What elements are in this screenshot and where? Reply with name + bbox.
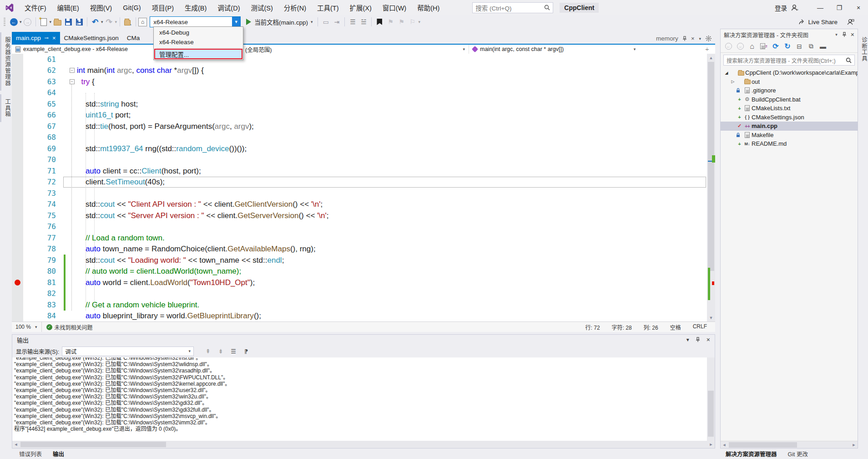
zoom-selector[interactable]: 100 % ▾: [12, 322, 42, 332]
explorer-horizontal-scrollbar[interactable]: ◄ ►: [721, 441, 858, 448]
pin-icon[interactable]: [696, 337, 700, 342]
breakpoint-margin[interactable]: [12, 266, 23, 277]
live-share-button[interactable]: Live Share: [798, 19, 854, 26]
tree-item-buildcppclient-bat[interactable]: +⚙BuildCppClient.bat: [721, 95, 858, 104]
scrollbar-thumb[interactable]: [708, 62, 714, 271]
breakpoint-margin[interactable]: [12, 232, 23, 244]
properties-icon[interactable]: ⧉: [806, 41, 816, 51]
menu-item-7[interactable]: 调试(D): [212, 0, 245, 15]
configuration-dropdown-icon[interactable]: ▼: [232, 17, 240, 27]
new-file-button[interactable]: [39, 17, 48, 26]
editor-vertical-scrollbar[interactable]: ▲ ▼: [707, 54, 715, 321]
tree-item-cmakelists-txt[interactable]: +CMakeLists.txt: [721, 104, 858, 113]
menu-item-13[interactable]: 帮助(H): [412, 0, 445, 15]
output-vertical-scrollbar[interactable]: [707, 357, 715, 441]
close-tab-icon[interactable]: ×: [52, 35, 56, 41]
collapse-region-icon[interactable]: −: [70, 79, 75, 84]
bookmark-icon[interactable]: [375, 17, 384, 26]
output-horizontal-scrollbar[interactable]: ◄ ►: [12, 441, 715, 448]
solution-explorer-search-box[interactable]: 搜索解决方案资源管理器 - 文件夹视图(Ctrl+;): [723, 55, 855, 66]
tree-item-main-cpp[interactable]: ✓++main.cpp: [721, 122, 858, 131]
configuration-combobox[interactable]: x64-Release ▼: [150, 16, 241, 27]
pin-icon[interactable]: [682, 36, 687, 41]
bottom-tab-输出[interactable]: 输出: [47, 449, 70, 458]
breakpoint-margin[interactable]: [12, 188, 23, 199]
menu-item-11[interactable]: 扩展(X): [344, 0, 377, 15]
breakpoint-margin[interactable]: [12, 299, 23, 311]
breakpoint-margin[interactable]: [12, 143, 23, 154]
breakpoint-margin[interactable]: [12, 154, 23, 166]
menu-item-3[interactable]: 视图(V): [85, 0, 117, 15]
breakpoint-margin[interactable]: [12, 87, 23, 99]
redo-dropdown-icon[interactable]: ▾: [115, 20, 117, 24]
tree-item-makefile[interactable]: Makefile: [721, 131, 858, 140]
run-button[interactable]: 当前文档(main.cpp) ▾: [246, 17, 313, 26]
previous-bookmark-icon[interactable]: ⚑: [386, 17, 395, 26]
navigate-forward-button[interactable]: →: [23, 17, 32, 26]
forward-icon[interactable]: →: [735, 41, 745, 51]
breakpoint-margin[interactable]: [12, 288, 23, 300]
breakpoint-margin[interactable]: [12, 76, 23, 87]
breakpoint-margin[interactable]: [12, 98, 23, 110]
status-eol[interactable]: CRLF: [693, 323, 707, 331]
clear-bookmarks-icon[interactable]: ⚐: [408, 17, 417, 26]
toolbar-overflow-icon[interactable]: ▾: [418, 20, 420, 24]
fold-margin[interactable]: −: [67, 68, 77, 73]
unindent-icon[interactable]: ☰: [348, 17, 357, 26]
back-icon[interactable]: ←: [723, 41, 733, 51]
close-button[interactable]: ×: [849, 0, 868, 15]
tree-item-out[interactable]: ▷out: [721, 77, 858, 87]
bottom-tab-错误列表[interactable]: 错误列表: [14, 449, 47, 458]
collapse-region-icon[interactable]: −: [70, 68, 75, 73]
home-button[interactable]: ⌂: [138, 18, 147, 26]
scroll-left-icon[interactable]: ◄: [721, 441, 728, 449]
collaborators-icon[interactable]: [847, 19, 854, 26]
breakpoint-margin[interactable]: [12, 255, 23, 266]
current-project-badge[interactable]: CppClient: [560, 3, 599, 13]
breakpoint-icon[interactable]: [15, 280, 20, 286]
menu-item-2[interactable]: 编辑(E): [52, 0, 85, 15]
breakpoint-margin[interactable]: [12, 165, 23, 177]
breakpoint-margin[interactable]: [12, 277, 23, 288]
fold-margin[interactable]: −: [67, 79, 77, 84]
minimize-button[interactable]: —: [811, 0, 830, 15]
close-document-icon[interactable]: ×: [691, 35, 695, 42]
menu-item-6[interactable]: 生成(B): [179, 0, 212, 15]
document-health-indicator[interactable]: ✓ 未找到相关问题: [42, 323, 97, 331]
dropdown-item-x64-Debug[interactable]: x64-Debug: [155, 28, 242, 37]
breakpoint-margin[interactable]: [12, 177, 23, 188]
menu-item-8[interactable]: 测试(S): [246, 0, 278, 15]
indent-icon[interactable]: ☱: [359, 17, 368, 26]
step-over-icon[interactable]: ⇥: [332, 17, 341, 26]
breakpoint-margin[interactable]: [12, 221, 23, 233]
tree-expander-icon[interactable]: ◢: [723, 71, 730, 75]
navigate-back-button[interactable]: ←: [9, 17, 18, 26]
menu-item-12[interactable]: 窗口(W): [377, 0, 412, 15]
bottom-tab-解决方案资源管理器[interactable]: 解决方案资源管理器: [720, 449, 782, 458]
window-position-dropdown-icon[interactable]: ▾: [686, 337, 689, 343]
scroll-up-icon[interactable]: ▲: [707, 54, 715, 61]
find-in-files-button[interactable]: [123, 17, 132, 26]
save-all-button[interactable]: [75, 17, 84, 26]
undo-button[interactable]: ↶: [91, 17, 100, 26]
clear-all-icon[interactable]: ☰: [228, 347, 238, 356]
scope-dropdown[interactable]: (全局范围) ▾: [242, 45, 469, 54]
tree-item-cmakesettings-json[interactable]: +{ }CMakeSettings.json: [721, 113, 858, 122]
next-message-icon[interactable]: ⇟: [216, 347, 226, 356]
tab-cma[interactable]: CMa: [123, 32, 144, 44]
tree-expander-icon[interactable]: ▷: [730, 79, 736, 84]
member-dropdown[interactable]: main(int argc, const char * argv[]) ▾ ÷: [469, 45, 715, 54]
menu-item-5[interactable]: 项目(P): [146, 0, 179, 15]
breakpoint-margin[interactable]: [12, 65, 23, 76]
quick-search-box[interactable]: 搜索 (Ctrl+Q): [472, 2, 553, 13]
previous-message-icon[interactable]: ⇞: [203, 347, 213, 356]
attach-icon[interactable]: ▭: [321, 17, 330, 26]
sign-in-link[interactable]: 登录: [775, 3, 787, 12]
menu-item-9[interactable]: 分析(N): [278, 0, 312, 15]
scroll-right-icon[interactable]: ►: [707, 441, 715, 448]
navigate-back-dropdown-icon[interactable]: ▾: [20, 20, 22, 24]
output-content[interactable]: "example_client_debug.exe"(Win32): 已加载"C…: [12, 357, 715, 441]
solution-explorer-title-bar[interactable]: 解决方案资源管理器 - 文件夹视图 ▾ ×: [721, 29, 858, 40]
breakpoint-margin[interactable]: [12, 199, 23, 210]
account-icon[interactable]: +: [791, 4, 799, 11]
